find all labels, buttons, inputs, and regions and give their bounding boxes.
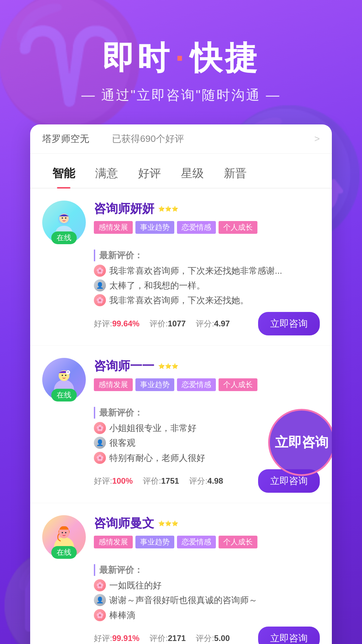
tag-3-1: 感情发展 <box>94 536 133 548</box>
consultant-3-avatar-wrapper: 在线 <box>42 515 86 559</box>
svg-point-4 <box>65 217 66 219</box>
consultant-1-avatar-wrapper: 在线 <box>42 201 86 244</box>
consultant-3-good-rate: 好评:99.91% <box>94 633 139 644</box>
review-1-2-text: 太棒了，和我想的一样。 <box>109 279 205 291</box>
subtitle: — 通过"立即咨询"随时沟通 — <box>13 86 349 104</box>
consultant-1-stars: ⭐⭐⭐ <box>158 206 178 212</box>
consultant-1-info: 咨询师妍妍 ⭐⭐⭐ 感情发展 事业趋势 恋爱情感 个人成长 <box>94 201 320 238</box>
consultant-2-name-row: 咨询师一一 ⭐⭐⭐ <box>94 358 320 374</box>
consultant-1-good-rate: 好评:99.64% <box>94 318 139 329</box>
highlight-circle-overlay[interactable]: 立即咨询 <box>268 409 332 476</box>
review-3-3: 🌸 棒棒滴 <box>94 609 320 621</box>
consultant-2-score: 评分:4.98 <box>189 476 223 486</box>
svg-point-8 <box>65 375 66 376</box>
consult-btn-1[interactable]: 立即咨询 <box>258 312 320 335</box>
review-1-3-avatar: 🌸 <box>94 294 106 306</box>
svg-point-3 <box>62 217 63 219</box>
review-1-1-avatar: 🌸 <box>94 265 106 277</box>
consultant-1-review-count: 评价:1077 <box>149 318 186 329</box>
tag-3-3: 恋爱情感 <box>177 536 216 548</box>
consultant-2-stars: ⭐⭐⭐ <box>158 363 178 369</box>
consultant-1-reviews: 最新评价： 🌸 我非常喜欢咨询师，下次来还找她非常感谢... 👤 太棒了，和我想… <box>94 250 320 307</box>
tag-2-1: 感情发展 <box>94 378 133 391</box>
tab-new[interactable]: 新晋 <box>214 160 257 188</box>
review-2-1-text: 小姐姐很专业，非常好 <box>109 422 196 434</box>
consultant-2-stats: 好评:100% 评价:1751 评分:4.98 立即咨询 <box>94 469 320 493</box>
review-3-2: 👤 谢谢～声音很好听也很真诚的咨询师～ <box>94 594 320 606</box>
consultant-2-header: 在线 咨询师一一 ⭐⭐⭐ 感情发展 事业趋势 恋爱情感 个人成长 <box>42 358 320 401</box>
review-2-2-text: 很客观 <box>109 437 135 449</box>
consultant-2-review-count: 评价:1751 <box>143 476 179 486</box>
review-1-3-text: 我非常喜欢咨询师，下次来还找她。 <box>109 294 249 306</box>
consultant-3-reviews-label: 最新评价： <box>94 564 320 576</box>
card-header-name: 塔罗师空无 <box>42 132 89 145</box>
review-2-3-avatar: 🌸 <box>94 452 106 464</box>
consultant-2-good-rate: 好评:100% <box>94 476 133 486</box>
tab-smart[interactable]: 智能 <box>42 160 85 188</box>
review-3-3-text: 棒棒滴 <box>109 609 135 621</box>
tab-good-review[interactable]: 好评 <box>128 160 171 188</box>
highlight-text: 立即咨询 <box>275 433 328 451</box>
consultant-2-avatar-wrapper: 在线 <box>42 358 86 401</box>
consultant-3-online-badge: 在线 <box>51 546 77 559</box>
consultant-1-stats: 好评:99.64% 评价:1077 评分:4.97 立即咨询 <box>94 312 320 335</box>
consultant-item-2: 在线 咨询师一一 ⭐⭐⭐ 感情发展 事业趋势 恋爱情感 个人成长 最新 <box>30 346 332 503</box>
consultant-item-3: 在线 咨询师曼文 ⭐⭐⭐ 感情发展 事业趋势 恋爱情感 个人成长 最新 <box>30 503 332 644</box>
tag-2-3: 恋爱情感 <box>177 378 216 391</box>
consultant-2-tags: 感情发展 事业趋势 恋爱情感 个人成长 <box>94 378 320 391</box>
review-3-1-text: 一如既往的好 <box>109 579 162 591</box>
tag-1-1: 感情发展 <box>94 221 133 234</box>
tag-2-4: 个人成长 <box>219 378 257 391</box>
consultant-1-score: 评分:4.97 <box>196 318 230 329</box>
review-3-1: 🌸 一如既往的好 <box>94 579 320 591</box>
card-header[interactable]: 塔罗师空无 已获得690个好评 > <box>30 124 332 154</box>
consultant-3-header: 在线 咨询师曼文 ⭐⭐⭐ 感情发展 事业趋势 恋爱情感 个人成长 <box>42 515 320 559</box>
review-1-3: 🌸 我非常喜欢咨询师，下次来还找她。 <box>94 294 320 306</box>
consultant-3-stats: 好评:99.91% 评价:2171 评分:5.00 立即咨询 <box>94 627 320 644</box>
consultant-3-stars: ⭐⭐⭐ <box>158 520 178 527</box>
review-2-3-text: 特别有耐心，老师人很好 <box>109 452 205 464</box>
consultant-3-score: 评分:5.00 <box>196 633 230 644</box>
svg-point-12 <box>62 532 63 533</box>
consultant-1-name: 咨询师妍妍 <box>94 201 154 217</box>
tag-1-2: 事业趋势 <box>135 221 174 234</box>
consultant-item-1: 在线 咨询师妍妍 ⭐⭐⭐ 感情发展 事业趋势 恋爱情感 个人成长 最新 <box>30 189 332 346</box>
tag-1-3: 恋爱情感 <box>177 221 216 234</box>
consultant-2-name: 咨询师一一 <box>94 358 154 374</box>
title-part2: 快捷 <box>190 40 260 76</box>
consultant-2-info: 咨询师一一 ⭐⭐⭐ 感情发展 事业趋势 恋爱情感 个人成长 <box>94 358 320 396</box>
review-1-1: 🌸 我非常喜欢咨询师，下次来还找她非常感谢... <box>94 265 320 277</box>
consultant-3-reviews: 最新评价： 🌸 一如既往的好 👤 谢谢～声音很好听也很真诚的咨询师～ 🌸 棒棒滴 <box>94 564 320 621</box>
review-2-2-avatar: 👤 <box>94 437 106 449</box>
review-3-3-avatar: 🌸 <box>94 609 106 621</box>
consultant-3-tags: 感情发展 事业趋势 恋爱情感 个人成长 <box>94 536 320 548</box>
filter-tabs: 智能 满意 好评 星级 新晋 <box>30 154 332 189</box>
card-header-arrow: > <box>314 133 320 144</box>
tag-1-4: 个人成长 <box>219 221 257 234</box>
tab-satisfied[interactable]: 满意 <box>85 160 128 188</box>
tab-star-level[interactable]: 星级 <box>171 160 214 188</box>
svg-point-13 <box>65 532 66 533</box>
main-title: 即时·快捷 <box>13 40 349 76</box>
tag-3-4: 个人成长 <box>219 536 257 548</box>
review-3-2-avatar: 👤 <box>94 594 106 606</box>
card-header-reviews: 已获得690个好评 <box>112 132 184 145</box>
consult-btn-3[interactable]: 立即咨询 <box>258 627 320 644</box>
svg-point-7 <box>62 375 63 376</box>
consultant-1-online-badge: 在线 <box>51 231 77 244</box>
consultant-3-info: 咨询师曼文 ⭐⭐⭐ 感情发展 事业趋势 恋爱情感 个人成长 <box>94 515 320 553</box>
review-2-1-avatar: 🌸 <box>94 422 106 434</box>
consultant-1-name-row: 咨询师妍妍 ⭐⭐⭐ <box>94 201 320 217</box>
consultant-1-reviews-label: 最新评价： <box>94 250 320 261</box>
review-1-2-avatar: 👤 <box>94 279 106 291</box>
main-card: 塔罗师空无 已获得690个好评 > 智能 满意 好评 星级 新晋 <box>30 124 332 644</box>
title-dot: · <box>175 40 187 76</box>
consultant-3-name-row: 咨询师曼文 ⭐⭐⭐ <box>94 515 320 532</box>
consultant-1-tags: 感情发展 事业趋势 恋爱情感 个人成长 <box>94 221 320 234</box>
review-3-1-avatar: 🌸 <box>94 579 106 591</box>
tag-3-2: 事业趋势 <box>135 536 174 548</box>
header-section: 即时·快捷 — 通过"立即咨询"随时沟通 — <box>0 0 362 124</box>
review-1-1-text: 我非常喜欢咨询师，下次来还找她非常感谢... <box>109 265 282 277</box>
title-part1: 即时 <box>102 40 172 76</box>
consultant-3-review-count: 评价:2171 <box>149 633 186 644</box>
